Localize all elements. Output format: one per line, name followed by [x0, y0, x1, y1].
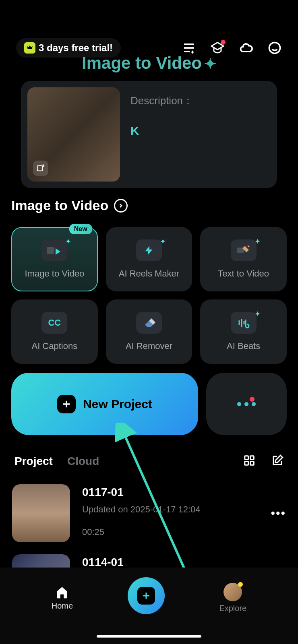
list-sparkle-icon[interactable]: [182, 41, 196, 55]
project-more-icon[interactable]: •••: [271, 506, 286, 520]
notification-dot: [221, 40, 226, 45]
notification-dot: [250, 397, 255, 402]
sparkle-icon: ✦: [204, 56, 216, 72]
svg-rect-14: [245, 462, 248, 465]
action-row: New Project: [11, 373, 287, 435]
hero-title-text: Image to Video: [82, 54, 202, 72]
bolt-icon: ✦: [136, 239, 162, 261]
add-image-icon[interactable]: [33, 161, 48, 176]
grid-view-icon[interactable]: [243, 454, 255, 468]
feature-image-to-video[interactable]: New ✦ Image to Video: [11, 227, 98, 291]
crown-icon: [24, 42, 35, 54]
cloud-icon[interactable]: [239, 41, 253, 55]
top-icons: [182, 41, 282, 55]
chevron-right-icon: [114, 199, 128, 213]
bottom-nav: Home Explore: [0, 568, 298, 644]
svg-rect-13: [250, 456, 254, 460]
section-header[interactable]: Image to Video: [11, 198, 287, 213]
notification-dot: [238, 582, 243, 587]
project-updated: Updated on 2025-01-17 12:04: [82, 504, 259, 515]
feature-label: Image to Video: [25, 268, 85, 279]
captions-icon: CC: [41, 312, 67, 334]
project-duration: 00:25: [82, 527, 259, 537]
smile-icon[interactable]: [267, 41, 282, 55]
pencil-video-icon: ✦: [231, 239, 257, 261]
description-label: Description：: [130, 94, 193, 108]
nav-home[interactable]: Home: [52, 585, 73, 611]
eraser-icon: [136, 312, 162, 334]
tab-project[interactable]: Project: [14, 455, 53, 468]
feature-grid: New ✦ Image to Video ✦ AI Reels Maker ✦ …: [11, 227, 287, 364]
hero-title: Image to Video✦: [0, 54, 298, 73]
top-bar: 3 days free trial!: [0, 0, 298, 58]
feature-ai-beats[interactable]: ✦ AI Beats: [200, 299, 287, 364]
nav-home-label: Home: [52, 601, 73, 611]
new-project-button[interactable]: New Project: [11, 373, 198, 435]
feature-ai-remover[interactable]: AI Remover: [106, 299, 192, 364]
feature-label: AI Remover: [126, 341, 172, 351]
music-beats-icon: ✦: [231, 312, 257, 334]
tabs-row: Project Cloud: [14, 454, 284, 468]
hero-card[interactable]: Description： K: [21, 81, 277, 188]
new-project-label: New Project: [83, 397, 152, 411]
svg-rect-5: [47, 247, 54, 254]
sparkle-icon: ✦: [255, 237, 261, 246]
svg-rect-12: [245, 456, 248, 460]
nav-explore-label: Explore: [219, 604, 246, 613]
project-item[interactable]: 0117-01 Updated on 2025-01-17 12:04 00:2…: [12, 484, 286, 542]
trial-text: 3 days free trial!: [39, 42, 113, 54]
plus-icon: [137, 587, 155, 605]
project-info: 0117-01 Updated on 2025-01-17 12:04 00:2…: [82, 484, 259, 537]
tabs-icons: [243, 454, 284, 468]
svg-rect-4: [37, 166, 43, 171]
section-title: Image to Video: [11, 198, 108, 213]
feature-text-to-video[interactable]: ✦ Text to Video: [200, 227, 287, 291]
feature-label: AI Reels Maker: [119, 268, 179, 279]
explore-avatar-icon: [224, 583, 242, 601]
feature-ai-reels[interactable]: ✦ AI Reels Maker: [106, 227, 192, 291]
new-badge: New: [69, 224, 92, 234]
home-indicator: [97, 635, 201, 638]
project-name: 0117-01: [82, 486, 259, 499]
svg-point-3: [269, 43, 280, 54]
svg-rect-15: [250, 462, 254, 465]
image-video-icon: ✦: [41, 239, 67, 261]
feature-ai-captions[interactable]: CC AI Captions: [11, 299, 98, 364]
hero-description: Description： K: [130, 87, 193, 182]
sparkle-icon: ✦: [65, 237, 71, 246]
feature-label: AI Captions: [31, 341, 77, 351]
hero-image[interactable]: [27, 87, 120, 182]
feature-label: AI Beats: [227, 341, 260, 351]
description-value: K: [130, 124, 193, 138]
nav-create-button[interactable]: [128, 577, 165, 614]
sparkle-icon: ✦: [255, 310, 261, 318]
project-name: 0114-01: [82, 556, 259, 569]
plus-icon: [57, 395, 76, 413]
tab-cloud[interactable]: Cloud: [67, 455, 99, 468]
sparkle-icon: ✦: [160, 237, 166, 246]
more-actions-button[interactable]: [206, 373, 287, 435]
feature-label: Text to Video: [218, 268, 269, 279]
more-dots-icon: [237, 402, 256, 406]
edit-icon[interactable]: [271, 454, 284, 468]
project-thumbnail: [12, 484, 70, 542]
nav-explore[interactable]: Explore: [219, 583, 246, 613]
education-icon[interactable]: [210, 41, 225, 55]
